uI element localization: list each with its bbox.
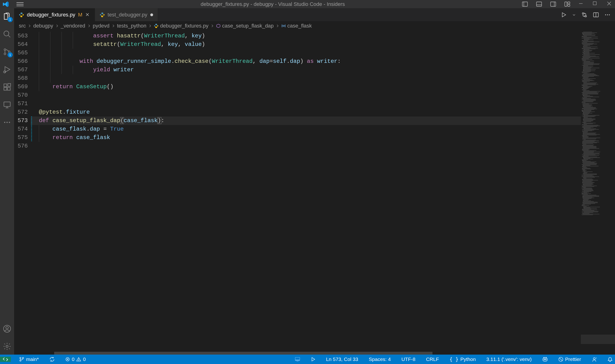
breadcrumb-item[interactable]: tests_python bbox=[117, 23, 147, 29]
code-line[interactable]: @pytest.fixture bbox=[31, 108, 581, 117]
more-icon[interactable] bbox=[2, 118, 12, 127]
editor-tab[interactable]: debugger_fixtures.py M bbox=[14, 8, 95, 21]
code-line[interactable]: case_flask.dap = True bbox=[31, 125, 581, 133]
close-icon[interactable] bbox=[607, 1, 613, 7]
cursor-position[interactable]: Ln 573, Col 33 bbox=[324, 355, 361, 364]
explorer-icon[interactable]: 1 bbox=[2, 12, 12, 21]
svg-point-40 bbox=[582, 13, 584, 14]
svg-point-63 bbox=[544, 359, 545, 360]
python-file-icon bbox=[100, 12, 105, 17]
breadcrumb-item[interactable]: case_setup_flask_dap bbox=[216, 23, 274, 29]
svg-point-37 bbox=[101, 13, 102, 13]
source-control-icon[interactable]: 1 bbox=[2, 47, 12, 56]
sync-button[interactable] bbox=[47, 355, 57, 364]
code-line[interactable] bbox=[31, 49, 581, 57]
python-interpreter[interactable]: 3.11.1 ('.venv': venv) bbox=[484, 355, 534, 364]
svg-point-29 bbox=[9, 122, 10, 123]
svg-rect-20 bbox=[4, 84, 7, 87]
minimize-icon[interactable] bbox=[578, 1, 584, 7]
editor-area: debugger_fixtures.py M test_debugger.py … bbox=[14, 8, 615, 355]
code-line[interactable] bbox=[31, 142, 581, 150]
panel-left-icon[interactable] bbox=[522, 1, 528, 7]
line-number: 571 bbox=[14, 100, 28, 108]
breadcrumb-label: case_flask bbox=[287, 23, 312, 29]
code-line[interactable]: with debugger_runner_simple.check_case(W… bbox=[31, 57, 581, 66]
breadcrumb-label: _vendored bbox=[61, 23, 85, 29]
code-line[interactable] bbox=[31, 100, 581, 108]
copilot-icon[interactable] bbox=[540, 355, 550, 364]
code-line[interactable]: def case_setup_flask_dap(case_flask): bbox=[31, 117, 581, 125]
code-line[interactable]: return CaseSetup() bbox=[31, 83, 581, 91]
modified-indicator: M bbox=[78, 12, 82, 18]
code-line[interactable]: yield writer bbox=[31, 66, 581, 74]
svg-point-13 bbox=[4, 31, 9, 36]
notifications-icon[interactable] bbox=[605, 355, 615, 364]
run-dropdown-icon[interactable] bbox=[572, 13, 576, 16]
git-branch[interactable]: main* bbox=[17, 355, 41, 364]
line-gutter: 5635645655665675685695705715725735745755… bbox=[14, 31, 31, 355]
prettier-status[interactable]: Prettier bbox=[556, 355, 583, 364]
breadcrumb-item[interactable]: case_flask bbox=[281, 23, 312, 29]
breadcrumb-label: debugpy bbox=[33, 23, 53, 29]
breadcrumb-label: debugger_fixtures.py bbox=[160, 23, 208, 29]
layout-icon[interactable] bbox=[564, 1, 570, 7]
code-body[interactable]: assert hasattr(WriterThread, key) setatt… bbox=[31, 31, 581, 355]
settings-gear-icon[interactable] bbox=[2, 342, 12, 351]
svg-rect-22 bbox=[8, 88, 10, 90]
code-line[interactable]: assert hasattr(WriterThread, key) bbox=[31, 32, 581, 40]
close-tab-icon[interactable] bbox=[85, 13, 90, 17]
breadcrumb-item[interactable]: pydevd bbox=[93, 23, 109, 29]
breadcrumb-item[interactable]: src bbox=[19, 23, 26, 29]
svg-point-57 bbox=[79, 360, 79, 361]
chevron-right-icon bbox=[276, 24, 279, 28]
accounts-icon[interactable] bbox=[2, 324, 12, 333]
run-button[interactable] bbox=[561, 12, 566, 18]
panel-right-icon[interactable] bbox=[550, 1, 556, 7]
svg-rect-23 bbox=[8, 84, 11, 86]
scrollbar-thumb[interactable] bbox=[54, 352, 432, 355]
maximize-icon[interactable] bbox=[593, 1, 599, 7]
vm-icon[interactable] bbox=[293, 355, 302, 364]
run-debug-icon[interactable] bbox=[2, 65, 12, 74]
menu-icon[interactable] bbox=[16, 2, 24, 6]
extensions-icon[interactable] bbox=[2, 82, 12, 92]
problems-button[interactable]: 0 0 bbox=[63, 355, 88, 364]
code-line[interactable] bbox=[31, 74, 581, 83]
svg-point-50 bbox=[20, 360, 21, 361]
breadcrumb-item[interactable]: debugger_fixtures.py bbox=[154, 23, 208, 29]
git-compare-icon[interactable] bbox=[582, 12, 587, 18]
language-mode[interactable]: { } Python bbox=[447, 355, 478, 364]
search-icon[interactable] bbox=[2, 29, 12, 39]
remote-button[interactable] bbox=[0, 357, 11, 362]
svg-point-67 bbox=[593, 358, 595, 360]
svg-point-48 bbox=[283, 26, 285, 26]
breadcrumb-item[interactable]: _vendored bbox=[61, 23, 85, 29]
code-line[interactable] bbox=[31, 91, 581, 100]
encoding[interactable]: UTF-8 bbox=[399, 355, 418, 364]
minimap-viewport[interactable] bbox=[581, 335, 615, 344]
breadcrumb-label: src bbox=[19, 23, 26, 29]
svg-rect-6 bbox=[565, 2, 567, 6]
code-line[interactable]: setattr(WriterThread, key, value) bbox=[31, 40, 581, 49]
svg-marker-47 bbox=[217, 24, 220, 28]
eol[interactable]: CRLF bbox=[424, 355, 441, 364]
split-editor-icon[interactable] bbox=[593, 12, 599, 18]
chevron-right-icon bbox=[55, 24, 59, 28]
breadcrumbs[interactable]: srcdebugpy_vendoredpydevdtests_pythondeb… bbox=[14, 21, 615, 31]
breadcrumb-item[interactable]: debugpy bbox=[33, 23, 53, 29]
svg-rect-10 bbox=[593, 2, 596, 5]
svg-point-34 bbox=[22, 16, 22, 16]
code-line[interactable]: return case_flask bbox=[31, 133, 581, 142]
feedback-icon[interactable] bbox=[589, 355, 599, 364]
horizontal-scrollbar[interactable] bbox=[54, 352, 580, 355]
minimap[interactable]: ▄▄▄▄▄▄▄▄▄▄▄▄▄▄▄▄▄▄▄▄▄▄▄▄▄▄▄▄▄▄▄ █▄▄▄▄▄▄▄… bbox=[581, 31, 615, 355]
indentation[interactable]: Spaces: 4 bbox=[367, 355, 393, 364]
more-actions-icon[interactable] bbox=[605, 14, 610, 16]
editor-tab[interactable]: test_debugger.py bbox=[95, 8, 158, 21]
run-play-icon[interactable] bbox=[308, 355, 318, 364]
breadcrumb-label: case_setup_flask_dap bbox=[222, 23, 274, 29]
panel-bottom-icon[interactable] bbox=[536, 1, 542, 7]
remote-explorer-icon[interactable] bbox=[2, 100, 12, 109]
code-editor[interactable]: 5635645655665675685695705715725735745755… bbox=[14, 31, 615, 355]
language-label: Python bbox=[460, 356, 476, 362]
